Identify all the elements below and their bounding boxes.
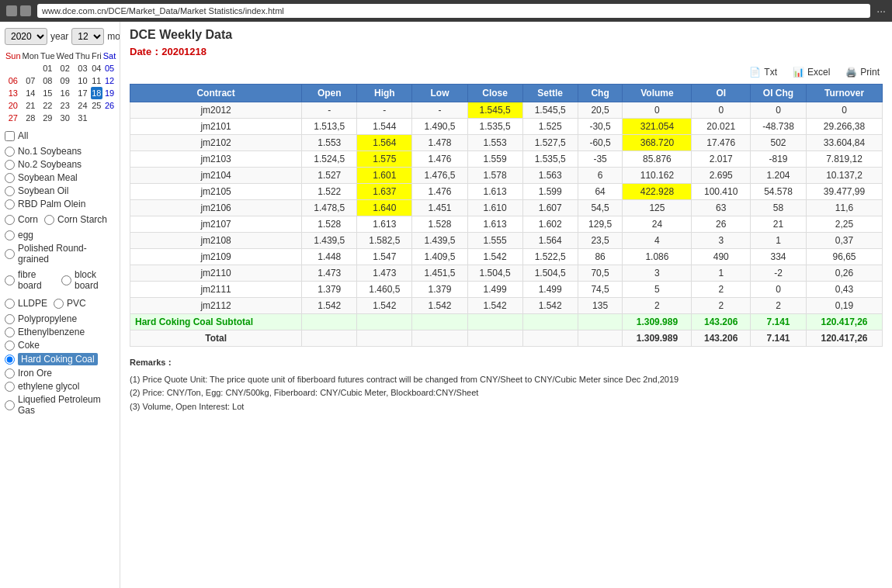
calendar-day[interactable]: 15 (40, 87, 56, 99)
sidebar-item-soybean-meal[interactable]: Soybean Meal (5, 172, 115, 183)
cell-1-9: -48.738 (751, 119, 807, 135)
txt-button[interactable]: 📄 Txt (746, 65, 780, 79)
radio-pvc[interactable] (54, 299, 64, 309)
all-checkbox[interactable] (5, 131, 15, 141)
sidebar-item-lpg[interactable]: Liquefied Petroleum Gas (5, 394, 115, 416)
browser-url[interactable]: www.dce.com.cn/DCE/Market_Data/Market St… (37, 4, 870, 18)
radio-corn-starch[interactable] (44, 215, 54, 225)
radio-corn[interactable] (5, 215, 15, 225)
cell-5-5: 1.599 (522, 184, 578, 200)
total-cell-0: Total (130, 330, 302, 347)
calendar-day[interactable]: 26 (102, 99, 117, 112)
sidebar-item-polypropylene[interactable]: Polypropylene (5, 313, 115, 324)
radio-polypropylene[interactable] (5, 314, 15, 324)
calendar-day[interactable] (102, 112, 117, 124)
calendar-day[interactable]: 11 (91, 74, 102, 87)
remarks-lines: (1) Price Quote Unit: The price quote un… (130, 373, 883, 414)
calendar-day[interactable]: 22 (40, 99, 56, 112)
sidebar-item-soybean-oil[interactable]: Soybean Oil (5, 185, 115, 196)
cell-10-10: 0,26 (807, 265, 883, 282)
calendar-day[interactable]: 13 (5, 87, 22, 99)
print-button[interactable]: 🖨️ Print (842, 65, 883, 79)
calendar-day[interactable]: 18 (91, 87, 102, 99)
sidebar-item-block-board[interactable]: block board (61, 269, 115, 291)
radio-block-board[interactable] (61, 275, 71, 285)
calendar-day[interactable]: 25 (91, 99, 102, 112)
radio-lpg[interactable] (5, 400, 15, 410)
sidebar-item-pvc[interactable]: PVC (54, 298, 86, 309)
radio-ethylene-glycol[interactable] (5, 382, 15, 392)
calendar-day[interactable] (5, 62, 22, 74)
radio-coke[interactable] (5, 341, 15, 351)
cell-4-0: jm2104 (130, 168, 302, 184)
sidebar-item-corn-starch[interactable]: Corn Starch (44, 214, 107, 225)
cell-9-4: 1.542 (467, 249, 522, 265)
calendar-day[interactable]: 16 (56, 87, 75, 99)
calendar-day[interactable]: 03 (75, 62, 91, 74)
table-row: jm21051.5221.6371.4761.6131.59964422.928… (130, 184, 883, 200)
calendar-day[interactable]: 12 (102, 74, 117, 87)
calendar-day[interactable]: 24 (75, 99, 91, 112)
sidebar-item-iron-ore[interactable]: Iron Ore (5, 368, 115, 379)
excel-button[interactable]: 📊 Excel (790, 65, 833, 79)
radio-soybean-oil[interactable] (5, 186, 15, 196)
cell-1-4: 1.535,5 (467, 119, 522, 135)
calendar-day[interactable]: 31 (75, 112, 91, 124)
calendar-day[interactable]: 23 (56, 99, 75, 112)
col-header-turnover: Turnover (807, 85, 883, 102)
radio-hard-coking-coal[interactable] (5, 355, 15, 365)
radio-soybean-meal[interactable] (5, 173, 15, 183)
cell-8-1: 1.439,5 (302, 233, 357, 249)
calendar-day[interactable]: 01 (40, 62, 56, 74)
calendar-day[interactable] (22, 62, 40, 74)
sidebar-item-corn[interactable]: Corn (5, 214, 38, 225)
browser-menu[interactable]: ··· (876, 5, 886, 17)
sidebar-item-ethylene-glycol[interactable]: ethylene glycol (5, 381, 115, 392)
radio-egg[interactable] (5, 230, 15, 240)
sidebar-item-hard-coking-coal[interactable]: Hard Coking Coal (5, 353, 115, 365)
sidebar-item-egg[interactable]: egg (5, 230, 115, 240)
calendar-day[interactable]: 27 (5, 112, 22, 124)
table-row: jm21101.4731.4731.451,51.504,51.504,570,… (130, 265, 883, 282)
radio-fibre-board[interactable] (5, 275, 15, 285)
calendar-day[interactable]: 20 (5, 99, 22, 112)
calendar-day[interactable]: 17 (75, 87, 91, 99)
calendar-day[interactable]: 14 (22, 87, 40, 99)
calendar-day[interactable]: 08 (40, 74, 56, 87)
calendar-day[interactable]: 02 (56, 62, 75, 74)
radio-rbd-palm[interactable] (5, 199, 15, 209)
sidebar-item-coke[interactable]: Coke (5, 340, 115, 351)
year-select[interactable]: 2020 (5, 28, 47, 45)
calendar-day[interactable]: 30 (56, 112, 75, 124)
radio-no1-soybeans[interactable] (5, 147, 15, 157)
cell-5-4: 1.613 (467, 184, 522, 200)
calendar-day[interactable]: 05 (102, 62, 117, 74)
cell-10-8: 1 (692, 265, 751, 282)
radio-iron-ore[interactable] (5, 368, 15, 379)
calendar-day[interactable]: 09 (56, 74, 75, 87)
sidebar-item-no2-soybeans[interactable]: No.2 Soybeans (5, 159, 115, 170)
radio-lldpe[interactable] (5, 299, 15, 309)
checkbox-all[interactable]: All (5, 130, 115, 141)
sidebar-item-rbd-palm[interactable]: RBD Palm Olein (5, 199, 115, 209)
calendar-day[interactable]: 10 (75, 74, 91, 87)
calendar-day[interactable]: 29 (40, 112, 56, 124)
sidebar-item-no1-soybeans[interactable]: No.1 Soybeans (5, 146, 115, 157)
sidebar-item-polished[interactable]: Polished Round-grained (5, 243, 115, 265)
calendar-day[interactable]: 06 (5, 74, 22, 87)
month-select[interactable]: 12 (71, 28, 104, 45)
sidebar-item-lldpe[interactable]: LLDPE (5, 298, 47, 309)
label-soybean-oil: Soybean Oil (18, 185, 68, 196)
sidebar-item-ethenylbenzene[interactable]: Ethenylbenzene (5, 327, 115, 337)
radio-ethenylbenzene[interactable] (5, 327, 15, 337)
calendar-day[interactable] (91, 112, 102, 124)
calendar-day[interactable]: 28 (22, 112, 40, 124)
sidebar-item-fibre-board[interactable]: fibre board (5, 269, 55, 291)
calendar-day[interactable]: 21 (22, 99, 40, 112)
cell-9-5: 1.522,5 (522, 249, 578, 265)
calendar-day[interactable]: 07 (22, 74, 40, 87)
radio-polished[interactable] (5, 249, 15, 259)
calendar-day[interactable]: 04 (91, 62, 102, 74)
calendar-day[interactable]: 19 (102, 87, 117, 99)
radio-no2-soybeans[interactable] (5, 160, 15, 170)
